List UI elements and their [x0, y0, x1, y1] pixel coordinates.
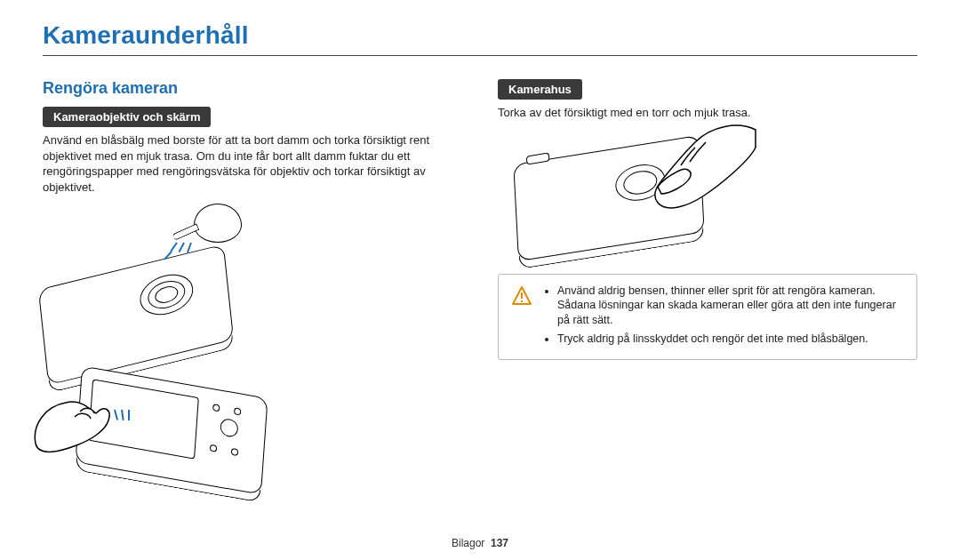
- control-dial-icon: [220, 418, 238, 438]
- warning-list: Använd aldrig bensen, thinner eller spri…: [543, 284, 906, 351]
- illustration-body-cleaning: [516, 126, 747, 260]
- right-column: Kamerahus Torka av det försiktigt med en…: [498, 79, 917, 488]
- body-cleaning-instructions: Torka av det försiktigt med en torr och …: [498, 105, 916, 121]
- warning-triangle-icon: [511, 285, 532, 307]
- button-dot-4-icon: [231, 448, 239, 456]
- blower-bulb-icon: [194, 204, 242, 243]
- title-rule: [43, 55, 917, 56]
- section-heading-clean-camera: Rengöra kameran: [43, 79, 462, 98]
- illustration-lens-cleaning: [43, 204, 274, 488]
- svg-rect-0: [521, 292, 523, 299]
- button-dot-1-icon: [212, 404, 220, 412]
- subhead-camera-body: Kamerahus: [498, 79, 582, 100]
- warning-item-2: Tryck aldrig på linsskyddet och rengör d…: [557, 332, 906, 347]
- page-footer: Bilagor 137: [0, 537, 960, 549]
- blower-illustration: [194, 204, 242, 236]
- warning-box: Använd aldrig bensen, thinner eller spri…: [498, 274, 917, 361]
- footer-section-label: Bilagor: [452, 537, 484, 549]
- svg-rect-1: [521, 300, 523, 302]
- camera-front-illustration: [38, 244, 234, 386]
- footer-page-number: 137: [491, 537, 508, 549]
- hand-wiping-body-icon: [631, 121, 764, 228]
- lens-cleaning-instructions: Använd en blåsbälg med borste för att ta…: [43, 132, 460, 195]
- button-dot-2-icon: [234, 407, 242, 415]
- left-column: Rengöra kameran Kameraobjektiv och skärm…: [43, 79, 462, 488]
- button-dot-3-icon: [210, 444, 218, 452]
- page-title: Kameraunderhåll: [43, 21, 917, 50]
- subhead-lens-and-screen: Kameraobjektiv och skärm: [43, 107, 211, 127]
- shutter-button-icon: [526, 152, 549, 164]
- warning-item-1: Använd aldrig bensen, thinner eller spri…: [557, 284, 906, 329]
- two-column-layout: Rengöra kameran Kameraobjektiv och skärm…: [43, 79, 917, 488]
